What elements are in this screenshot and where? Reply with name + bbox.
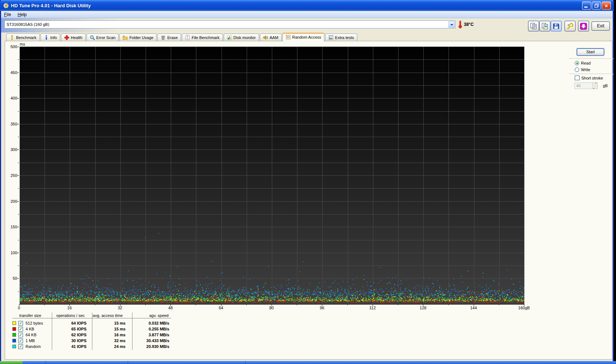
menu-file[interactable]: File: [4, 12, 11, 17]
y-tick-label: 50: [6, 276, 17, 280]
x-tick-label: 112: [369, 306, 376, 310]
start-menu-button-fragment[interactable]: [0, 361, 23, 364]
access-time-value: 32 ms: [114, 338, 126, 343]
x-tick-mark: [423, 305, 423, 306]
minimize-button[interactable]: [582, 1, 591, 9]
app-disk-icon: [3, 3, 9, 9]
y-tick-label: 450: [6, 70, 17, 75]
close-button[interactable]: ×: [602, 1, 611, 9]
random-access-scatter-canvas: [19, 47, 524, 305]
minimize-icon: [584, 7, 588, 8]
tab-label: Random Access: [292, 35, 321, 39]
tab-health[interactable]: Health: [61, 34, 86, 41]
menu-help[interactable]: Help: [18, 12, 27, 17]
benchmark-icon: [9, 35, 15, 40]
tab-label: Folder Usage: [129, 35, 153, 40]
copy-text-button[interactable]: [528, 21, 539, 31]
health-icon: [64, 35, 69, 40]
taskbar[interactable]: [0, 361, 616, 364]
write-label: Write: [581, 67, 590, 72]
series-checkbox[interactable]: ✓: [18, 333, 23, 337]
y-tick-mark: [17, 73, 19, 73]
random-access-panel: ms50045040035030025020015010050016324864…: [5, 41, 612, 360]
copy-image-button[interactable]: [539, 21, 550, 31]
series-color-swatch: [12, 339, 16, 342]
y-tick-label: 250: [6, 173, 17, 178]
access-time-value: 24 ms: [114, 344, 126, 349]
download-arrow-icon: [580, 23, 587, 30]
x-tick-mark: [474, 305, 474, 306]
write-radio[interactable]: [575, 67, 579, 72]
speed-value: 20.930 MB/s: [146, 344, 169, 349]
x-tick-label: 96: [320, 306, 324, 310]
tab-error-scan[interactable]: Error Scan: [86, 34, 119, 41]
chevron-down-icon: [450, 24, 453, 27]
header-operations-per-sec: operations / sec: [52, 313, 92, 318]
series-checkbox[interactable]: ✓: [18, 327, 23, 332]
y-tick-label: 350: [6, 122, 17, 126]
x-tick-label: 32: [118, 306, 122, 310]
short-stroke-checkbox[interactable]: [575, 75, 580, 80]
y-tick-mark: [18, 291, 19, 292]
capture-button[interactable]: [578, 21, 589, 31]
drive-selector-dropdown-button[interactable]: [448, 21, 455, 28]
transfer-size-label: 512 bytes: [26, 321, 43, 325]
x-tick-label: 144: [470, 306, 477, 310]
tab-disk-monitor[interactable]: Disk monitor: [224, 34, 259, 41]
series-checkbox[interactable]: ✓: [18, 321, 23, 326]
tab-erase[interactable]: Erase: [157, 34, 181, 41]
y-tick-mark: [17, 227, 19, 227]
tab-label: Disk monitor: [234, 35, 256, 40]
table-row-1mb: ✓1 MB 30 IOPS 32 ms 30.433 MB/s: [9, 338, 172, 344]
y-tick-mark: [18, 266, 19, 266]
table-row-512-bytes: ✓512 bytes 64 IOPS 15 ms 0.032 MB/s: [9, 320, 172, 326]
y-tick-mark: [17, 47, 19, 47]
short-stroke-option[interactable]: Short stroke: [575, 75, 603, 80]
tab-info[interactable]: Info: [41, 34, 60, 41]
x-tick-mark: [69, 305, 70, 306]
table-row-random: ✓Random 41 IOPS 24 ms 20.930 MB/s: [9, 344, 172, 349]
tab-benchmark[interactable]: Benchmark: [6, 34, 40, 41]
window-title: HD Tune Pro 4.01 - Hard Disk Utility: [11, 3, 91, 8]
table-row-4kb: ✓4 KB 65 IOPS 15 ms 0.255 MB/s: [9, 326, 172, 332]
access-time-value: 15 ms: [114, 321, 126, 325]
tab-random-access[interactable]: Random Access: [282, 33, 324, 42]
wrench-icon: [566, 23, 574, 30]
y-tick-label: 400: [6, 96, 17, 100]
results-table: transfer size operations / sec avg. acce…: [9, 313, 172, 349]
tab-label: Error Scan: [96, 35, 116, 40]
tab-extra-tests[interactable]: Extra tests: [325, 34, 357, 41]
close-icon: ×: [605, 3, 608, 8]
separator: [569, 58, 613, 59]
y-tick-label: 150: [6, 225, 17, 229]
spinner-buttons[interactable]: [592, 83, 597, 89]
erase-icon: [161, 35, 166, 40]
taskbar-separator: [128, 361, 128, 364]
iops-value: 41 IOPS: [71, 344, 86, 349]
tab-aam[interactable]: AAM: [260, 34, 282, 41]
drive-selector-value: ST3160815AS (160 gB): [5, 21, 455, 28]
series-checkbox[interactable]: ✓: [18, 344, 23, 349]
start-button[interactable]: Start: [577, 48, 604, 56]
x-tick-mark: [297, 305, 297, 305]
speed-value: 0.032 MB/s: [149, 321, 169, 325]
tab-folder-usage[interactable]: Folder Usage: [119, 34, 157, 41]
read-label: Read: [581, 61, 590, 65]
header-avg-access-time: avg. access time: [92, 313, 132, 318]
series-checkbox[interactable]: ✓: [18, 338, 23, 343]
x-end-label: 160gB: [518, 306, 530, 310]
restore-button[interactable]: [592, 1, 601, 9]
options-button[interactable]: [565, 21, 575, 31]
y-tick-label: 300: [6, 147, 17, 152]
tab-file-benchmark[interactable]: File Benchmark: [182, 34, 223, 41]
write-option[interactable]: Write: [575, 67, 590, 72]
short-stroke-size-spinner[interactable]: 40: [574, 82, 598, 89]
save-button[interactable]: [551, 21, 562, 31]
drive-selector[interactable]: ST3160815AS (160 gB): [4, 20, 455, 28]
exit-button[interactable]: Exit: [592, 22, 610, 31]
read-radio[interactable]: [575, 61, 579, 65]
read-option[interactable]: Read: [575, 61, 590, 65]
info-icon: [44, 35, 49, 40]
y-tick-mark: [18, 85, 19, 86]
tab-label: AAM: [270, 35, 278, 40]
